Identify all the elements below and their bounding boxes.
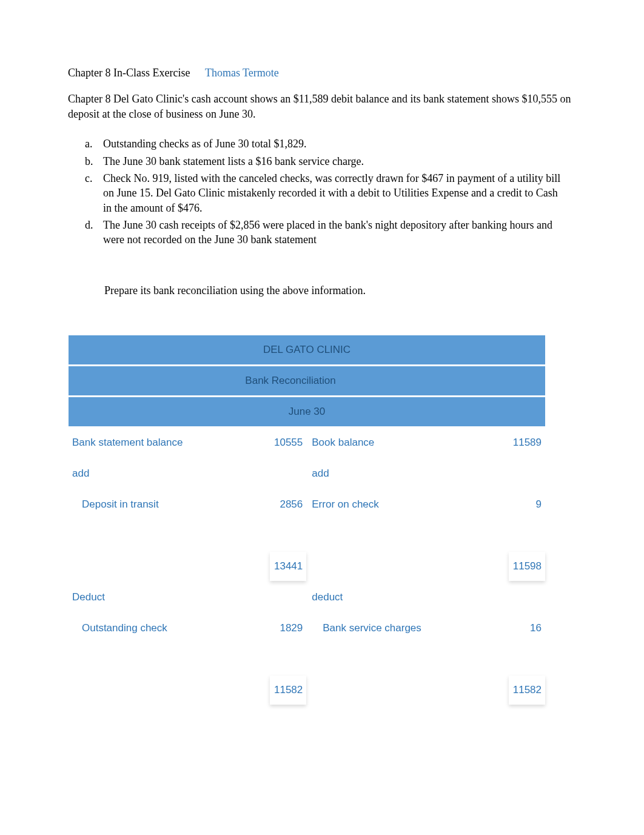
spacer (469, 614, 487, 643)
spacer (489, 645, 507, 674)
spacer (509, 521, 545, 550)
blank-row (69, 521, 545, 550)
outstanding-check-label: Outstanding check (69, 614, 248, 643)
spacer (250, 490, 268, 519)
list-item: b. The June 30 bank statement lists a $1… (85, 154, 583, 169)
intro-paragraph: Chapter 8 Del Gato Clinic's cash account… (68, 92, 583, 122)
spacer (489, 521, 507, 550)
author-name: Thomas Termote (205, 67, 279, 79)
list-marker: a. (85, 136, 103, 151)
spacer (250, 521, 268, 550)
deposit-transit-label: Deposit in transit (69, 490, 248, 519)
spacer (469, 645, 487, 674)
company-name: DEL GATO CLINIC (69, 335, 545, 364)
spacer (270, 521, 306, 550)
error-check-value: 9 (509, 490, 545, 519)
deduct-row: Deduct deduct (69, 583, 545, 612)
add-row: add add (69, 459, 545, 488)
chapter-title: Chapter 8 In-Class Exercise (68, 67, 190, 79)
book-balance-label: Book balance (308, 428, 487, 457)
blank-row (69, 645, 545, 674)
bank-balance-value: 10555 (270, 428, 306, 457)
list-marker: d. (85, 218, 103, 247)
spacer (69, 645, 248, 674)
spacer (489, 428, 507, 457)
list-item: a. Outstanding checks as of June 30 tota… (85, 136, 583, 151)
bank-balance-label: Bank statement balance (69, 428, 268, 457)
deduct-right-label: deduct (308, 583, 545, 612)
add-left-label: add (69, 459, 306, 488)
spacer (469, 521, 487, 550)
service-charge-label: Bank service charges (308, 614, 467, 643)
subtotal-row: 13441 11598 (69, 552, 545, 581)
service-charge-value: 16 (509, 614, 545, 643)
book-balance-value: 11589 (509, 428, 545, 457)
deposit-transit-value: 2856 (270, 490, 306, 519)
deduct-left-label: Deduct (69, 583, 306, 612)
outstanding-check-value: 1829 (270, 614, 306, 643)
spacer (250, 645, 268, 674)
spacer (250, 614, 268, 643)
spacer (308, 552, 507, 581)
table-title: Bank Reconciliation (69, 366, 545, 395)
list-text: Outstanding checks as of June 30 total $… (103, 136, 583, 151)
spacer (69, 552, 268, 581)
list-text: The June 30 bank statement lists a $16 b… (103, 154, 583, 169)
reconciliation-table: DEL GATO CLINIC Bank Reconciliation June… (67, 334, 547, 706)
spacer (308, 676, 507, 705)
list-item: d. The June 30 cash receipts of $2,856 w… (85, 218, 583, 247)
spacer (308, 645, 467, 674)
spacer (509, 645, 545, 674)
table-title-row: Bank Reconciliation (69, 366, 545, 395)
table-date: June 30 (69, 397, 545, 426)
spacer (489, 490, 507, 519)
addition-items-row: Deposit in transit 2856 Error on check 9 (69, 490, 545, 519)
document-header: Chapter 8 In-Class Exercise Thomas Termo… (68, 67, 583, 79)
total-left: 11582 (270, 676, 306, 705)
list-text: The June 30 cash receipts of $2,856 were… (103, 218, 583, 247)
list-marker: b. (85, 154, 103, 169)
item-list: a. Outstanding checks as of June 30 tota… (85, 136, 583, 247)
spacer (69, 521, 248, 550)
list-text: Check No. 919, listed with the canceled … (103, 171, 583, 215)
add-right-label: add (308, 459, 545, 488)
table-company-row: DEL GATO CLINIC (69, 335, 545, 364)
spacer (489, 614, 507, 643)
spacer (270, 645, 306, 674)
total-row: 11582 11582 (69, 676, 545, 705)
subtotal-right: 11598 (509, 552, 545, 581)
list-item: c. Check No. 919, listed with the cancel… (85, 171, 583, 215)
balance-row: Bank statement balance 10555 Book balanc… (69, 428, 545, 457)
deduction-items-row: Outstanding check 1829 Bank service char… (69, 614, 545, 643)
list-marker: c. (85, 171, 103, 215)
spacer (469, 490, 487, 519)
table-date-row: June 30 (69, 397, 545, 426)
total-right: 11582 (509, 676, 545, 705)
spacer (69, 676, 268, 705)
subtotal-left: 13441 (270, 552, 306, 581)
instruction-text: Prepare its bank reconciliation using th… (104, 284, 583, 297)
error-check-label: Error on check (308, 490, 467, 519)
spacer (308, 521, 467, 550)
